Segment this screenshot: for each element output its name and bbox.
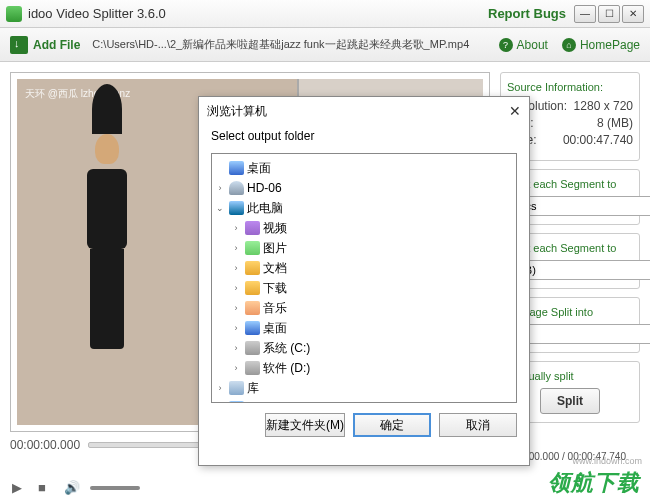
tree-node[interactable]: ⌄此电脑 — [214, 198, 514, 218]
tree-node-label: HD-06 — [247, 181, 282, 195]
tree-node[interactable]: ›桌面 — [214, 318, 514, 338]
tree-node-label: 库 — [247, 380, 259, 397]
tree-node[interactable]: ›音乐 — [214, 298, 514, 318]
tree-node-label: 音乐 — [263, 300, 287, 317]
folder-icon — [245, 281, 260, 295]
dialog-subtitle: Select output folder — [199, 125, 529, 153]
expand-icon[interactable]: › — [230, 263, 242, 273]
tree-node[interactable]: ›文档 — [214, 258, 514, 278]
folder-icon — [229, 161, 244, 175]
tree-node-label: 软件 (D:) — [263, 360, 310, 377]
folder-icon — [245, 301, 260, 315]
ok-button[interactable]: 确定 — [353, 413, 431, 437]
folder-icon — [229, 381, 244, 395]
folder-icon — [245, 261, 260, 275]
tree-node[interactable]: ›下载 — [214, 278, 514, 298]
tree-node[interactable]: 桌面 — [214, 158, 514, 178]
expand-icon[interactable]: › — [230, 363, 242, 373]
tree-node-label: 桌面 — [247, 160, 271, 177]
tree-node-label: 视频 — [263, 220, 287, 237]
expand-icon[interactable]: › — [230, 343, 242, 353]
folder-icon — [245, 221, 260, 235]
tree-node[interactable]: ›系统 (C:) — [214, 338, 514, 358]
expand-icon[interactable]: › — [214, 383, 226, 393]
expand-icon[interactable]: › — [230, 243, 242, 253]
tree-node-label: 桌面 — [263, 320, 287, 337]
tree-node-label: 文档 — [263, 260, 287, 277]
expand-icon[interactable]: › — [214, 183, 226, 193]
cancel-button[interactable]: 取消 — [439, 413, 517, 437]
tree-node[interactable]: ›视频 — [214, 218, 514, 238]
tree-node-label: 此电脑 — [247, 200, 283, 217]
tree-node[interactable]: ›库 — [214, 378, 514, 398]
expand-icon[interactable]: ⌄ — [214, 203, 226, 213]
browse-folder-dialog: 浏览计算机 ✕ Select output folder 桌面›HD-06⌄此电… — [198, 96, 530, 466]
tree-node-label: 图片 — [263, 240, 287, 257]
new-folder-button[interactable]: 新建文件夹(M) — [265, 413, 345, 437]
tree-node[interactable]: ›图片 — [214, 238, 514, 258]
folder-icon — [229, 201, 244, 215]
expand-icon[interactable]: › — [230, 323, 242, 333]
folder-icon — [245, 341, 260, 355]
folder-icon — [245, 321, 260, 335]
dialog-title: 浏览计算机 — [207, 103, 509, 120]
folder-tree[interactable]: 桌面›HD-06⌄此电脑›视频›图片›文档›下载›音乐›桌面›系统 (C:)›软… — [211, 153, 517, 403]
tree-node[interactable]: ›软件 (D:) — [214, 358, 514, 378]
expand-icon[interactable]: › — [230, 283, 242, 293]
expand-icon[interactable]: › — [230, 223, 242, 233]
folder-icon — [245, 241, 260, 255]
dialog-close-button[interactable]: ✕ — [509, 103, 521, 119]
tree-node-label: 系统 (C:) — [263, 340, 310, 357]
tree-node-label: 下载 — [263, 280, 287, 297]
expand-icon[interactable]: › — [230, 303, 242, 313]
folder-icon — [229, 181, 244, 195]
folder-icon — [245, 361, 260, 375]
tree-node[interactable]: ›HD-06 — [214, 178, 514, 198]
